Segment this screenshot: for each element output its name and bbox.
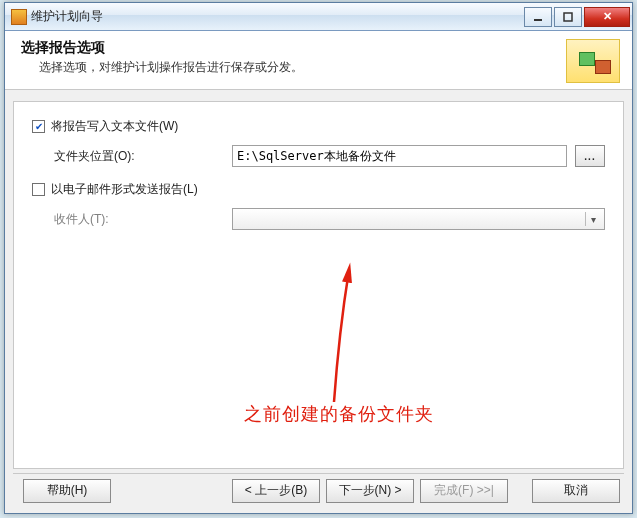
write-to-file-label[interactable]: 将报告写入文本文件(W) xyxy=(51,118,178,135)
folder-input[interactable] xyxy=(232,145,567,167)
folder-row: 文件夹位置(O): ... xyxy=(32,145,605,167)
window-title: 维护计划向导 xyxy=(31,8,103,25)
email-row: 以电子邮件形式发送报告(L) xyxy=(32,181,605,198)
next-button[interactable]: 下一步(N) > xyxy=(326,479,414,503)
header-decoration-icon xyxy=(566,39,620,83)
wizard-window: 维护计划向导 ✕ 选择报告选项 选择选项，对维护计划操作报告进行保存或分发。 ✔… xyxy=(4,2,633,514)
back-button[interactable]: < 上一步(B) xyxy=(232,479,320,503)
annotation-text: 之前创建的备份文件夹 xyxy=(244,402,434,426)
minimize-icon xyxy=(533,12,543,22)
annotation-arrow xyxy=(324,262,384,412)
wizard-footer: 帮助(H) < 上一步(B) 下一步(N) > 完成(F) >>| 取消 xyxy=(13,473,624,507)
wizard-header: 选择报告选项 选择选项，对维护计划操作报告进行保存或分发。 xyxy=(5,31,632,90)
write-to-file-checkbox[interactable]: ✔ xyxy=(32,120,45,133)
page-subtitle: 选择选项，对维护计划操作报告进行保存或分发。 xyxy=(21,59,558,76)
svg-rect-1 xyxy=(564,13,572,21)
finish-button: 完成(F) >>| xyxy=(420,479,508,503)
wizard-body: ✔ 将报告写入文本文件(W) 文件夹位置(O): ... 以电子邮件形式发送报告… xyxy=(13,101,624,469)
folder-label: 文件夹位置(O): xyxy=(32,148,232,165)
help-button[interactable]: 帮助(H) xyxy=(23,479,111,503)
email-label[interactable]: 以电子邮件形式发送报告(L) xyxy=(51,181,198,198)
titlebar[interactable]: 维护计划向导 ✕ xyxy=(5,3,632,31)
chevron-down-icon: ▾ xyxy=(585,212,601,226)
recipient-combo[interactable]: ▾ xyxy=(232,208,605,230)
recipient-row: 收件人(T): ▾ xyxy=(32,208,605,230)
maximize-icon xyxy=(563,12,573,22)
write-to-file-row: ✔ 将报告写入文本文件(W) xyxy=(32,118,605,135)
close-button[interactable]: ✕ xyxy=(584,7,630,27)
maximize-button[interactable] xyxy=(554,7,582,27)
email-checkbox[interactable] xyxy=(32,183,45,196)
svg-rect-0 xyxy=(534,19,542,21)
page-title: 选择报告选项 xyxy=(21,39,558,57)
ellipsis-icon: ... xyxy=(584,151,595,162)
browse-button[interactable]: ... xyxy=(575,145,605,167)
recipient-label: 收件人(T): xyxy=(32,211,232,228)
close-icon: ✕ xyxy=(603,10,612,23)
minimize-button[interactable] xyxy=(524,7,552,27)
app-icon xyxy=(11,9,27,25)
cancel-button[interactable]: 取消 xyxy=(532,479,620,503)
